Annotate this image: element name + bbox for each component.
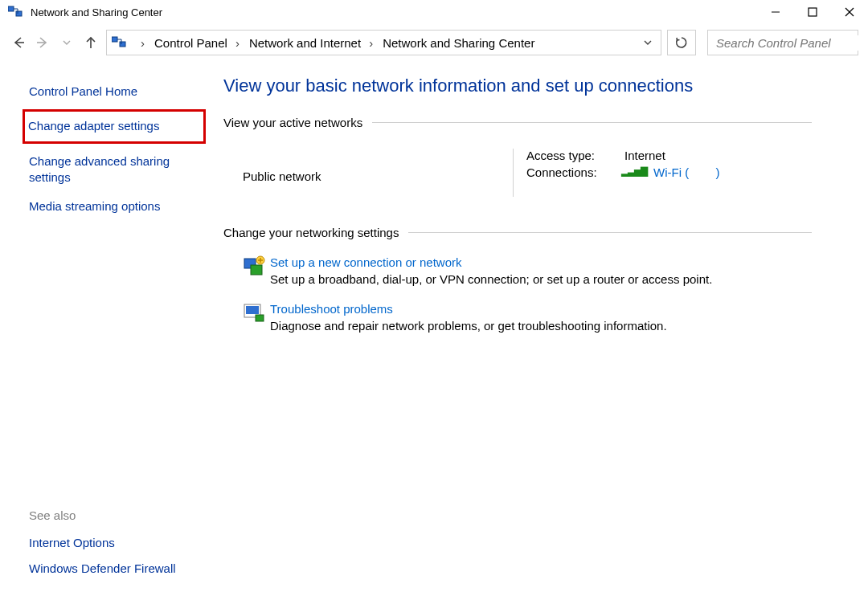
svg-rect-0 — [8, 6, 14, 11]
network-sharing-icon — [112, 35, 128, 50]
see-also-heading: See also — [29, 508, 196, 522]
window-title: Network and Sharing Center — [24, 6, 757, 18]
connections-label: Connections: — [526, 165, 621, 179]
sidebar-media-streaming[interactable]: Media streaming options — [29, 198, 196, 214]
up-button[interactable] — [82, 34, 100, 51]
back-button[interactable] — [10, 34, 27, 51]
active-network-block: Public network Access type: Internet Con… — [223, 145, 812, 197]
toolbar: Control Panel Network and Internet Netwo… — [0, 24, 868, 61]
svg-rect-9 — [112, 37, 117, 42]
address-bar[interactable]: Control Panel Network and Internet Netwo… — [106, 30, 661, 55]
connection-link[interactable]: Wi-Fi ( ) — [653, 165, 720, 179]
sidebar-control-panel-home[interactable]: Control Panel Home — [29, 84, 196, 100]
network-type-label: Public network — [243, 169, 513, 183]
divider — [408, 232, 812, 233]
svg-rect-14 — [251, 265, 262, 275]
sidebar-change-adapter[interactable]: Change adapter settings — [28, 118, 195, 134]
breadcrumb-network-internet[interactable]: Network and Internet — [244, 36, 378, 50]
option-subtitle: Diagnose and repair network problems, or… — [270, 319, 667, 333]
breadcrumb-arrow[interactable] — [128, 36, 149, 50]
sidebar: Control Panel Home Change adapter settin… — [0, 61, 209, 596]
breadcrumb-network-sharing[interactable]: Network and Sharing Center — [378, 36, 539, 50]
svg-rect-20 — [256, 315, 264, 321]
option-title: Set up a new connection or network — [270, 255, 712, 269]
option-setup-connection[interactable]: Set up a new connection or network Set u… — [223, 255, 812, 286]
recent-locations-button[interactable] — [58, 34, 76, 51]
svg-rect-3 — [809, 8, 817, 16]
divider — [513, 149, 514, 197]
network-sharing-icon — [8, 5, 24, 19]
close-button[interactable] — [831, 0, 868, 24]
refresh-button[interactable] — [667, 30, 696, 55]
forward-button[interactable] — [34, 34, 51, 51]
sidebar-internet-options[interactable]: Internet Options — [29, 535, 196, 551]
minimize-button[interactable] — [757, 0, 794, 24]
sidebar-change-advanced[interactable]: Change advanced sharing settings — [29, 153, 196, 186]
setup-connection-icon — [243, 255, 270, 286]
maximize-button[interactable] — [794, 0, 831, 24]
main-content: View your basic network information and … — [209, 61, 868, 596]
breadcrumb-control-panel[interactable]: Control Panel — [149, 36, 244, 50]
divider — [372, 122, 812, 123]
access-type-value: Internet — [624, 149, 665, 162]
svg-rect-19 — [246, 306, 259, 314]
active-networks-heading: View your active networks — [223, 116, 362, 129]
highlight-box: Change adapter settings — [23, 109, 206, 143]
option-troubleshoot[interactable]: Troubleshoot problems Diagnose and repai… — [223, 302, 812, 333]
titlebar: Network and Sharing Center — [0, 0, 868, 24]
address-dropdown-button[interactable] — [635, 31, 661, 55]
option-subtitle: Set up a broadband, dial-up, or VPN conn… — [270, 272, 712, 286]
access-type-label: Access type: — [526, 149, 621, 162]
troubleshoot-icon — [243, 302, 270, 333]
svg-rect-10 — [120, 42, 125, 47]
sidebar-firewall[interactable]: Windows Defender Firewall — [29, 561, 196, 577]
svg-rect-1 — [16, 11, 22, 16]
option-title: Troubleshoot problems — [270, 302, 667, 316]
search-input[interactable] — [714, 35, 868, 51]
search-box[interactable] — [707, 30, 858, 55]
change-settings-heading: Change your networking settings — [223, 226, 399, 239]
page-title: View your basic network information and … — [223, 76, 812, 96]
wifi-icon: ▂▃▅▇ — [621, 165, 650, 179]
